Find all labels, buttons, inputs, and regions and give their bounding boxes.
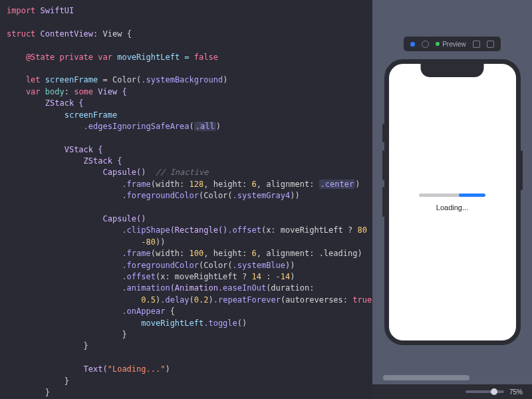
- device-notch: [421, 63, 484, 77]
- tok: -: [7, 237, 146, 247]
- tok: , height:: [203, 249, 251, 258]
- tok: false: [194, 53, 218, 62]
- device-side-button: [382, 150, 384, 180]
- tok: ): [165, 364, 170, 374]
- tok: (width:: [151, 249, 190, 258]
- tok: .systemGray4: [233, 191, 291, 200]
- tok: :: [65, 87, 74, 96]
- tok: .offset: [122, 272, 156, 281]
- tok: :: [367, 225, 372, 235]
- tok: .foregroundColor: [122, 191, 199, 200]
- tok: .frame: [122, 180, 150, 189]
- tok: ): [223, 75, 227, 84]
- live-preview-button[interactable]: [410, 42, 415, 47]
- tok: [7, 261, 122, 270]
- tok: true: [352, 295, 372, 305]
- tok: [7, 272, 122, 281]
- tok: (width:: [151, 180, 190, 189]
- tok: screenFrame: [65, 110, 117, 120]
- device-side-button: [382, 187, 384, 217]
- tok: ContentView: [41, 29, 93, 39]
- tok: .systemBlue: [233, 261, 285, 270]
- pin-preview-icon[interactable]: [422, 41, 429, 48]
- tok: 0.5: [141, 295, 156, 305]
- tok: .easeInOut: [218, 283, 266, 293]
- tok: .all: [194, 122, 216, 131]
- iphone-preview-device: Loading...: [384, 59, 521, 345]
- tok: Capsule(): [7, 214, 146, 223]
- tok: 6: [251, 249, 256, 258]
- zoom-slider[interactable]: [466, 390, 504, 393]
- tok: .animation: [122, 283, 170, 293]
- tok: VStack {: [7, 145, 103, 154]
- tok: [7, 180, 122, 189]
- preview-toolbar: Preview: [404, 37, 501, 51]
- preview-tab-label: Preview: [442, 41, 466, 48]
- tok: [7, 225, 122, 235]
- tok: (Color(: [199, 191, 233, 200]
- tok: View {: [93, 87, 127, 96]
- tok: (x: moveRightLeft ?: [156, 272, 252, 281]
- tok: // Inactive: [156, 168, 208, 177]
- tok: {: [165, 307, 174, 316]
- device-side-button: [382, 124, 384, 142]
- tok: (duration:: [266, 283, 314, 293]
- tok: }: [7, 388, 50, 397]
- tok: some: [74, 87, 93, 96]
- tok: [7, 283, 122, 293]
- tok: .foregroundColor: [122, 261, 199, 270]
- tok: : View {: [93, 29, 132, 39]
- tok: ZStack {: [7, 156, 122, 166]
- tok: [7, 295, 141, 305]
- preview-tab[interactable]: Preview: [436, 41, 466, 48]
- tok: .onAppear: [122, 307, 165, 316]
- tok: [7, 307, 122, 316]
- tok: Text(: [7, 364, 108, 374]
- code-editor[interactable]: import SwiftUI struct ContentView: View …: [0, 0, 372, 399]
- progress-bar: [459, 194, 485, 197]
- tok: .offset: [227, 225, 261, 235]
- tok: (: [190, 122, 194, 131]
- tok: body: [45, 87, 65, 96]
- duplicate-preview-icon[interactable]: [487, 41, 494, 48]
- tok: ZStack {: [7, 98, 84, 108]
- tok: let: [7, 75, 45, 84]
- tok: , height:: [203, 180, 251, 189]
- tok: .frame: [122, 249, 150, 258]
- tok: "Loading...": [108, 364, 166, 374]
- tok: ): [209, 295, 213, 305]
- tok: .center: [319, 180, 356, 189]
- preview-content: Loading...: [419, 194, 485, 211]
- tok: import: [7, 6, 41, 15]
- tok: 100: [190, 249, 204, 258]
- tok: 80: [357, 225, 366, 235]
- canvas-status-bar: 75%: [372, 384, 532, 399]
- tok: )): [156, 237, 165, 247]
- tok: screenFrame: [45, 75, 98, 84]
- tok: = Color(: [98, 75, 141, 84]
- tok: .edgesIgnoringSafeArea: [84, 122, 190, 131]
- tok: ): [355, 180, 360, 189]
- tok: , alignment:: [257, 180, 319, 189]
- tok: Capsule(): [7, 168, 156, 177]
- tok: moveRightLeft: [7, 319, 203, 328]
- tok: 6: [251, 180, 256, 189]
- tok: 80: [146, 237, 156, 247]
- horizontal-scrollbar[interactable]: [383, 375, 469, 380]
- tok: (Rectangle(): [170, 225, 228, 235]
- tok: (x: moveRightLeft ?: [261, 225, 358, 235]
- tok: : -: [261, 272, 281, 281]
- loading-label: Loading...: [436, 203, 468, 211]
- tok: (Animation: [170, 283, 218, 293]
- tok: SwiftUI: [41, 6, 74, 15]
- device-settings-icon[interactable]: [473, 41, 480, 48]
- canvas-preview-panel: Preview Loading... 75%: [372, 0, 532, 399]
- tok: [7, 191, 122, 200]
- tok: }: [7, 376, 69, 386]
- tok: moveRightLeft =: [117, 53, 194, 62]
- tok: .toggle: [203, 319, 237, 328]
- tok: .clipShape: [122, 225, 170, 235]
- tok: .delay: [160, 295, 189, 305]
- tok: )): [290, 191, 299, 200]
- tok: 14: [251, 272, 261, 281]
